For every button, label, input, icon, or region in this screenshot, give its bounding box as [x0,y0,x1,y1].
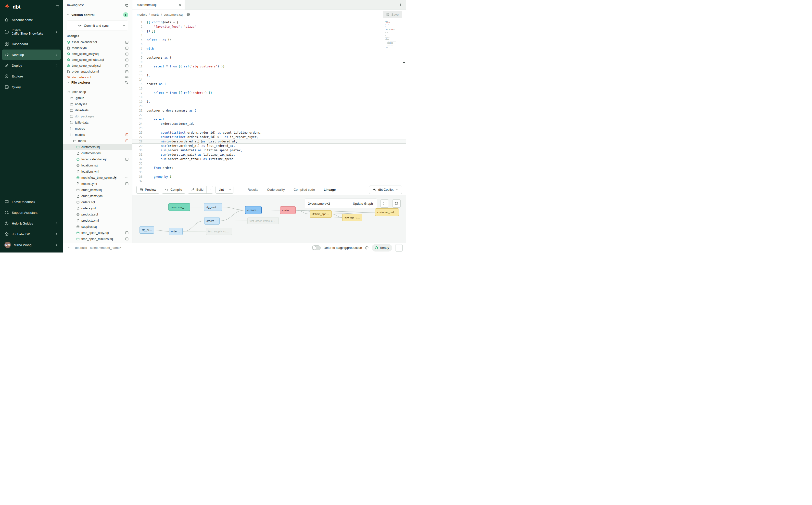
lineage-node-customers-sem[interactable]: custom… [280,206,296,214]
fullscreen-button[interactable] [380,199,389,208]
code-line[interactable]: 23 select [132,117,406,122]
file-tree-item[interactable]: macros [63,126,132,132]
code-line[interactable]: 34 from orders [132,166,406,170]
code-line[interactable]: 15orders as ( [132,82,406,86]
code-line[interactable]: 12 [132,69,406,73]
lineage-selector-input[interactable] [305,199,349,208]
code-line[interactable]: 27 count(distinct orders.order_id) > 1 a… [132,135,406,139]
file-tree-item[interactable]: customers.yml [63,150,132,156]
model-docs-icon[interactable] [186,12,190,16]
minimap[interactable] [385,21,401,50]
file-tree-item[interactable]: models.yml [63,181,132,187]
lineage-node-customer-orders[interactable]: customer_orde… [375,208,399,216]
file-tree-item[interactable]: locations.sql [63,162,132,168]
stage-file-button-icon[interactable] [125,76,129,78]
code-line[interactable]: 31 sum(orders.tax_paid) as lifetime_tax_… [132,153,406,157]
code-line[interactable]: 5select 1 as id [132,38,406,42]
lineage-node-ecom[interactable]: ecom.raw_cu… [168,203,190,211]
code-line[interactable]: 16 [132,86,406,91]
lint-button[interactable]: Lint [216,186,227,193]
code-line[interactable]: 28 min(orders.ordered_at) as first_order… [132,139,406,144]
code-line[interactable]: 11 select * from {{ ref('stg_customers')… [132,64,406,69]
tab-compiled-code[interactable]: Compiled code [294,184,315,195]
lineage-node-test-order-items[interactable]: test_order_items_com… [248,217,279,224]
code-line[interactable]: 9customers as ( [132,55,406,60]
file-tree-item[interactable]: products.yml [63,217,132,223]
stage-file-button-icon[interactable] [125,40,129,44]
sidebar-item-dbt-labs-dx[interactable]: dbt Labs DX [2,229,61,239]
sidebar-item-mirna-wong[interactable]: MWMirna Wong [2,240,61,250]
vcs-change-item[interactable]: stg_orders.sql [63,74,132,78]
file-tree-item[interactable]: models [63,132,132,138]
code-line[interactable]: 26 count(distinct orders.order_id) as co… [132,130,406,135]
close-tab-icon[interactable] [178,3,182,7]
version-control-header[interactable]: Version control 8 [63,10,132,19]
code-line[interactable]: 20 [132,104,406,108]
save-button[interactable]: Save [383,11,402,18]
sidebar-item-deploy[interactable]: Deploy [2,60,61,70]
code-line[interactable]: 7with [132,46,406,51]
stage-file-button-icon[interactable] [125,70,129,73]
code-line[interactable]: 3}) }} [132,29,406,33]
stage-file-button-icon[interactable] [125,52,129,56]
file-tree-item[interactable]: locations.yml [63,168,132,175]
command-input[interactable]: dbt build --select <model_name> [75,246,121,249]
file-tree-item[interactable]: marts [63,138,132,144]
search-icon[interactable] [125,80,128,84]
code-line[interactable]: 37 [132,179,406,183]
code-line[interactable]: 8 [132,51,406,55]
refresh-graph-button[interactable] [392,199,400,208]
stage-file-button-icon[interactable] [125,231,129,234]
lineage-node-average-order[interactable]: average_ord… [342,214,362,221]
code-editor[interactable]: 1{{ config(meta = {2 'favorite_food': 'p… [132,19,406,184]
code-line[interactable]: 19), [132,100,406,104]
stage-file-button-icon[interactable] [125,46,129,50]
tab-customers-sql[interactable]: customers.sql [132,0,185,10]
lineage-node-test-supply[interactable]: test_supply_costs_s… [206,228,232,235]
file-tree-item[interactable]: supplies.sql [63,223,132,230]
lint-dropdown-button[interactable] [227,186,233,193]
file-explorer-header[interactable]: File explorer [63,78,132,87]
tab-lineage[interactable]: Lineage [324,184,336,195]
code-line[interactable]: 18 [132,95,406,100]
file-tree-item[interactable]: time_spine_daily.sql [63,230,132,236]
compile-button[interactable]: Compile [162,186,185,193]
sidebar-item-jaffle-shop-snowflake[interactable]: ProjectJaffle Shop Snowflake [2,25,61,38]
code-line[interactable]: 29 max(orders.ordered_at) as last_ordere… [132,144,406,148]
file-tree-item[interactable]: jaffle-data [63,119,132,126]
file-tree-item[interactable]: data-tests [63,107,132,113]
vcs-change-item[interactable]: order_snapshot.yml [63,69,132,74]
code-line[interactable]: 22 [132,113,406,117]
sidebar-item-support-assistant[interactable]: Support Assistant [2,207,61,218]
file-tree-item[interactable]: order_items.yml [63,193,132,199]
commit-and-sync-button[interactable]: Commit and sync [67,21,120,30]
sidebar-item-develop[interactable]: Develop [2,49,61,60]
sidebar-item-explore[interactable]: Explore [2,71,61,81]
code-line[interactable]: 10 [132,60,406,64]
code-line[interactable]: 21customer_orders_summary as ( [132,108,406,113]
file-actions-button-icon[interactable] [125,176,129,179]
lineage-node-orders[interactable]: orders [204,217,220,224]
lineage-node-order-items[interactable]: order_it… [169,228,183,235]
file-tree-item[interactable]: fiscal_calendar.sql [63,156,132,162]
update-graph-button[interactable]: Update Graph [349,199,377,208]
more-options-button[interactable] [395,244,402,251]
scrollbar-thumb[interactable] [403,62,405,63]
sidebar-item-leave-feedback[interactable]: Leave feedback [2,197,61,207]
file-tree-item[interactable]: time_spine_minutes.sql [63,236,132,242]
code-line[interactable]: 32 sum(orders.order_total) as lifetime_s… [132,157,406,161]
lineage-node-stg-orders[interactable]: stg_orders [140,226,154,233]
code-line[interactable]: 36 group by 1 [132,175,406,179]
file-tree-item[interactable]: orders.sql [63,199,132,205]
defer-toggle[interactable] [312,245,321,250]
code-line[interactable]: 6 [132,42,406,46]
file-tree-item[interactable]: customers.sql [63,144,132,150]
stage-file-button-icon[interactable] [125,157,129,161]
code-line[interactable]: 25 [132,126,406,130]
sidebar-item-dashboard[interactable]: Dashboard [2,39,61,49]
file-tree-item[interactable]: order_items.sql [63,187,132,193]
sidebar-item-query[interactable]: Query [2,82,61,92]
vcs-change-item[interactable]: time_spine_daily.sql [63,51,132,57]
stage-file-button-icon[interactable] [125,64,129,68]
code-line[interactable]: 24 orders.customer_id, [132,122,406,126]
